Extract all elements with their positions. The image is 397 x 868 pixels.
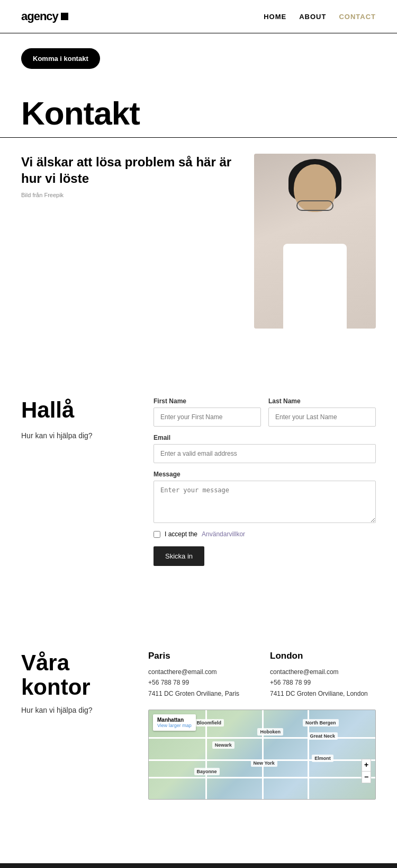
intro-image	[254, 154, 376, 329]
person-illustration	[254, 154, 376, 329]
contact-left: Hallå Hur kan vi hjälpa dig?	[21, 397, 127, 566]
office-london: London contacthere@email.com +56 788 78 …	[270, 651, 376, 699]
logo[interactable]: agency	[21, 10, 68, 23]
first-name-label: First Name	[154, 397, 261, 405]
offices-section: Våra kontor Hur kan vi hjälpa dig? Paris…	[0, 619, 397, 831]
london-title: London	[270, 651, 376, 661]
map-label-hoboken: Hoboken	[257, 728, 283, 736]
email-row: Email	[154, 434, 376, 463]
message-group: Message	[154, 471, 376, 523]
map-zoom-controls: + −	[362, 759, 371, 783]
main-nav: HOME ABOUT CONTACT	[264, 13, 376, 21]
map-link[interactable]: View larger map	[157, 723, 192, 728]
page-title-section: Kontakt	[0, 84, 397, 138]
map-label-bloomfield: Bloomfield	[194, 719, 224, 727]
map-label-greatneck: Great Neck	[308, 732, 338, 740]
terms-link[interactable]: Användarvillkor	[202, 530, 245, 538]
email-label: Email	[154, 434, 376, 441]
image-caption: Bild från Freepik	[21, 192, 238, 198]
submit-button[interactable]: Skicka in	[154, 546, 204, 566]
name-row: First Name Last Name	[154, 397, 376, 427]
contact-section: Hallå Hur kan vi hjälpa dig? First Name …	[0, 366, 397, 598]
nav-about[interactable]: ABOUT	[299, 13, 326, 21]
last-name-group: Last Name	[268, 397, 376, 427]
office-paris: Paris contacthere@email.com +56 788 78 9…	[148, 651, 254, 699]
contact-subtitle: Hur kan vi hjälpa dig?	[21, 431, 127, 440]
first-name-input[interactable]	[154, 408, 261, 427]
paris-title: Paris	[148, 651, 254, 661]
last-name-input[interactable]	[268, 408, 376, 427]
map-title: Manhattan	[157, 717, 192, 723]
map-road-v2	[262, 710, 264, 799]
email-group: Email	[154, 434, 376, 463]
intro-heading: Vi älskar att lösa problem så här är hur…	[21, 154, 238, 187]
map-zoom-out[interactable]: −	[362, 772, 371, 783]
site-footer: agency Viktig Journal Karriär Uppdrag & …	[0, 863, 397, 868]
hero-btn-section: Komma i kontakt	[0, 33, 397, 84]
first-name-group: First Name	[154, 397, 261, 427]
logo-box-icon	[61, 13, 68, 20]
nav-home[interactable]: HOME	[264, 13, 286, 21]
message-row: Message	[154, 471, 376, 523]
page-title: Kontakt	[21, 94, 376, 132]
logo-text: agency	[21, 10, 58, 23]
checkbox-row: I accept the Användarvillkor	[154, 530, 376, 538]
message-label: Message	[154, 471, 376, 478]
person-glasses	[296, 200, 333, 211]
checkbox-text: I accept the	[165, 530, 197, 538]
map-zoom-in[interactable]: +	[362, 759, 371, 772]
site-header: agency HOME ABOUT CONTACT	[0, 0, 397, 33]
contact-form: First Name Last Name Email Message I acc…	[154, 397, 376, 566]
intro-section: Vi älskar att lösa problem så här är hur…	[0, 138, 397, 344]
map-overlay: Manhattan View larger map	[153, 714, 196, 731]
offices-subtitle: Hur kan vi hjälpa dig?	[21, 706, 127, 714]
map-label-newyork: New York	[251, 759, 277, 767]
terms-checkbox[interactable]	[154, 531, 160, 538]
person-head	[294, 164, 336, 212]
nav-contact[interactable]: CONTACT	[339, 13, 376, 21]
map-container[interactable]: New York Newark Hoboken North Bergen Blo…	[148, 710, 376, 800]
offices-right: Paris contacthere@email.com +56 788 78 9…	[148, 651, 376, 800]
cta-button[interactable]: Komma i kontakt	[21, 48, 100, 69]
map-label-bayonne: Bayonne	[194, 768, 220, 775]
last-name-label: Last Name	[268, 397, 376, 405]
map-label-newark: Newark	[212, 741, 234, 749]
london-info: contacthere@email.com +56 788 78 99 7411…	[270, 667, 376, 699]
offices-cols: Paris contacthere@email.com +56 788 78 9…	[148, 651, 376, 699]
offices-title: Våra kontor	[21, 651, 127, 699]
map-label-northbergen: North Bergen	[303, 719, 339, 727]
message-input[interactable]	[154, 481, 376, 523]
email-input[interactable]	[154, 444, 376, 463]
map-label-elmont: Elmont	[312, 755, 333, 762]
map-background: New York Newark Hoboken North Bergen Blo…	[149, 710, 375, 799]
intro-text: Vi älskar att lösa problem så här är hur…	[21, 154, 238, 198]
contact-title: Hallå	[21, 397, 127, 423]
offices-left: Våra kontor Hur kan vi hjälpa dig?	[21, 651, 127, 800]
paris-info: contacthere@email.com +56 788 78 99 7411…	[148, 667, 254, 699]
person-body	[283, 244, 347, 329]
